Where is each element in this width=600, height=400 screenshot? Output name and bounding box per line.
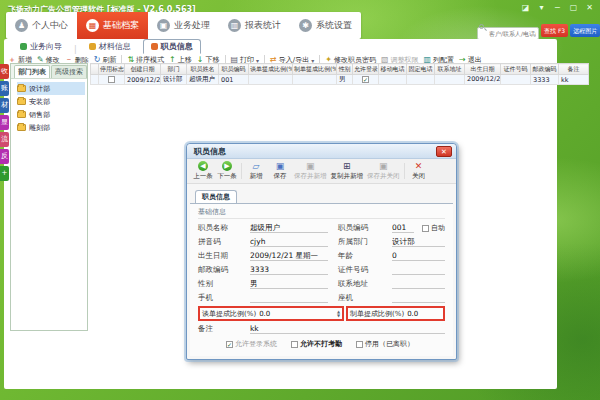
department-field[interactable]: 设计部 bbox=[392, 237, 445, 247]
nav-tab-basic-archives[interactable]: ▦ 基础档案 bbox=[77, 12, 148, 39]
remote-image-button[interactable]: 远程图片 bbox=[570, 24, 600, 37]
staff-icon bbox=[151, 43, 158, 50]
subtab-material-info[interactable]: 材料信息 bbox=[81, 39, 139, 54]
dialog-body: 基础信息 职员名称 超级用户 职员编码 001 自动 拼音码 cjyh 所属部门… bbox=[190, 203, 453, 356]
quick-tab-3[interactable]: 材 bbox=[0, 98, 9, 113]
copy-and-new-button[interactable]: ⊞复制并新增 bbox=[331, 162, 364, 181]
tree-item-install[interactable]: 安装部 bbox=[17, 95, 85, 108]
field-row: 职员名称 超级用户 职员编码 001 自动 bbox=[198, 221, 445, 235]
staff-info-dialog: 职员信息 ✕ ◀上一条 ▶下一条 ▱新增 ▣保存 ▣保存并新增 ⊞复制并新增 ▣… bbox=[186, 143, 457, 360]
toolbar-separator bbox=[241, 163, 242, 179]
material-icon bbox=[89, 43, 96, 50]
age-field[interactable]: 0 bbox=[392, 251, 445, 261]
tree-items: 设计部 安装部 销售部 雕刻部 bbox=[11, 79, 87, 134]
gender-field[interactable]: 男 bbox=[250, 279, 328, 289]
staff-table: 停用标志 创建日期 部门 职员姓名 职员编码 谈单提成比例(%) 制单提成比例(… bbox=[90, 63, 589, 85]
arrow-right-icon: ▶ bbox=[222, 161, 232, 171]
checkbox-checked-icon: ✓ bbox=[226, 341, 233, 348]
make-commission-box: 制单提成比例(%) 0.0 bbox=[346, 306, 445, 321]
dialog-tab-staff-info[interactable]: 职员信息 bbox=[195, 190, 237, 203]
field-row: 邮政编码 3333 证件号码 bbox=[198, 263, 445, 277]
table-header-row: 停用标志 创建日期 部门 职员姓名 职员编码 谈单提成比例(%) 制单提成比例(… bbox=[91, 64, 589, 75]
address-field[interactable] bbox=[392, 279, 445, 289]
dialog-close-toolbar-button[interactable]: ✕关闭 bbox=[409, 162, 429, 181]
person-icon: ♟ bbox=[15, 19, 28, 32]
gear-icon: ✱ bbox=[299, 19, 312, 32]
subtab-business-wizard[interactable]: 业务向导 bbox=[12, 39, 70, 54]
dialog-new-button[interactable]: ▱新增 bbox=[246, 162, 266, 181]
tree-tab-departments[interactable]: 部门列表 bbox=[14, 65, 50, 78]
subtab-staff-info[interactable]: 职员信息 bbox=[143, 39, 201, 54]
find-button[interactable]: 查找 F3 bbox=[541, 24, 568, 37]
disabled-flag-checkbox[interactable] bbox=[108, 76, 115, 83]
tree-item-sales[interactable]: 销售部 bbox=[17, 108, 85, 121]
remark-field[interactable]: kk bbox=[250, 324, 445, 334]
wizard-icon bbox=[20, 43, 27, 50]
dialog-titlebar[interactable]: 职员信息 ✕ bbox=[187, 144, 456, 159]
prev-record-button[interactable]: ◀上一条 bbox=[193, 161, 213, 181]
nav-tab-reports[interactable]: ▥ 报表统计 bbox=[219, 12, 290, 39]
spinner-down-icon[interactable]: ▼ bbox=[337, 314, 340, 318]
code-field[interactable]: 001 bbox=[392, 223, 414, 233]
table-row[interactable]: 2009/12/24 设计部 超级用户 001 男 ✓ 2009/12/21 星… bbox=[91, 75, 589, 85]
checkbox-icon bbox=[291, 341, 298, 348]
birthday-field[interactable]: 2009/12/21 星期一 bbox=[250, 251, 328, 261]
nav-tab-settings[interactable]: ✱ 系统设置 bbox=[290, 12, 361, 39]
id-number-field[interactable] bbox=[392, 265, 445, 275]
close-button[interactable]: ✕ bbox=[584, 3, 595, 12]
quick-tab-6[interactable]: 反 bbox=[0, 149, 9, 164]
quick-tab-2[interactable]: 账 bbox=[0, 81, 9, 96]
quick-tab-add[interactable]: + bbox=[0, 166, 9, 181]
disabled-resigned-checkbox[interactable]: 停用（已离职） bbox=[356, 339, 414, 349]
allow-login-checkbox[interactable]: ✓允许登录系统 bbox=[226, 339, 277, 349]
pinyin-field[interactable]: cjyh bbox=[250, 237, 328, 247]
nav-tab-label: 基础档案 bbox=[103, 19, 139, 32]
grid-icon: ▦ bbox=[86, 19, 99, 32]
auto-code-checkbox[interactable]: 自动 bbox=[422, 223, 445, 233]
chevron-down-icon[interactable]: ▾ bbox=[536, 3, 547, 12]
talk-commission-field[interactable]: 0.0 bbox=[259, 310, 337, 318]
save-and-new-button[interactable]: ▣保存并新增 bbox=[294, 162, 327, 181]
dialog-close-button[interactable]: ✕ bbox=[436, 146, 452, 157]
quick-tab-1[interactable]: 收 bbox=[0, 64, 9, 79]
subtab-bar: 业务向导 | 材料信息 职员信息 bbox=[12, 41, 201, 54]
field-row: 拼音码 cjyh 所属部门 设计部 bbox=[198, 235, 445, 249]
minimize-button[interactable]: ─ bbox=[552, 3, 563, 12]
quick-strip: 收 账 材 显 流 反 + bbox=[0, 64, 9, 181]
subtab-label: 职员信息 bbox=[161, 41, 193, 52]
landline-field[interactable] bbox=[392, 293, 445, 303]
skin-icon[interactable]: ◪ bbox=[520, 3, 531, 12]
nav-tab-business[interactable]: ▣ 业务处理 bbox=[148, 12, 219, 39]
subtab-separator: | bbox=[74, 45, 77, 54]
tree-item-engrave[interactable]: 雕刻部 bbox=[17, 121, 85, 134]
no-attendance-checkbox[interactable]: 允许不打考勤 bbox=[291, 339, 342, 349]
chart-icon: ▥ bbox=[228, 19, 241, 32]
close-icon: ✕ bbox=[415, 162, 423, 171]
quick-tab-4[interactable]: 显 bbox=[0, 115, 9, 130]
make-commission-field[interactable]: 0.0 bbox=[407, 310, 441, 318]
save-icon: ▣ bbox=[306, 162, 315, 171]
search-icon bbox=[479, 24, 484, 29]
save-and-close-button[interactable]: ▣保存并关闭 bbox=[367, 162, 400, 181]
next-record-button[interactable]: ▶下一条 bbox=[217, 161, 237, 181]
nav-tab-label: 报表统计 bbox=[245, 19, 281, 32]
spinner-control[interactable]: ▲▼ bbox=[337, 310, 340, 318]
maximize-button[interactable]: ▢ bbox=[568, 3, 579, 12]
window-controls: ◪ ▾ ─ ▢ ✕ bbox=[520, 3, 595, 12]
can-login-checkbox[interactable]: ✓ bbox=[362, 76, 369, 83]
checkbox-icon bbox=[422, 225, 429, 232]
zip-field[interactable]: 3333 bbox=[250, 265, 328, 275]
name-field[interactable]: 超级用户 bbox=[250, 223, 328, 233]
tree-item-design[interactable]: 设计部 bbox=[17, 82, 85, 95]
dialog-title: 职员信息 bbox=[194, 146, 226, 157]
nav-tab-personal[interactable]: ♟ 个人中心 bbox=[6, 12, 77, 39]
quick-tab-5[interactable]: 流 bbox=[0, 132, 9, 147]
save-button[interactable]: ▣保存 bbox=[270, 162, 290, 181]
toolbar-separator bbox=[404, 163, 405, 179]
copy-icon: ⊞ bbox=[343, 162, 351, 171]
talk-commission-box: 谈单提成比例(%) 0.0 ▲▼ bbox=[198, 306, 344, 321]
briefcase-icon: ▣ bbox=[157, 19, 170, 32]
tree-tab-search[interactable]: 高级搜索 bbox=[51, 65, 87, 78]
mobile-field[interactable] bbox=[250, 293, 328, 303]
new-page-icon: ▱ bbox=[253, 162, 260, 171]
